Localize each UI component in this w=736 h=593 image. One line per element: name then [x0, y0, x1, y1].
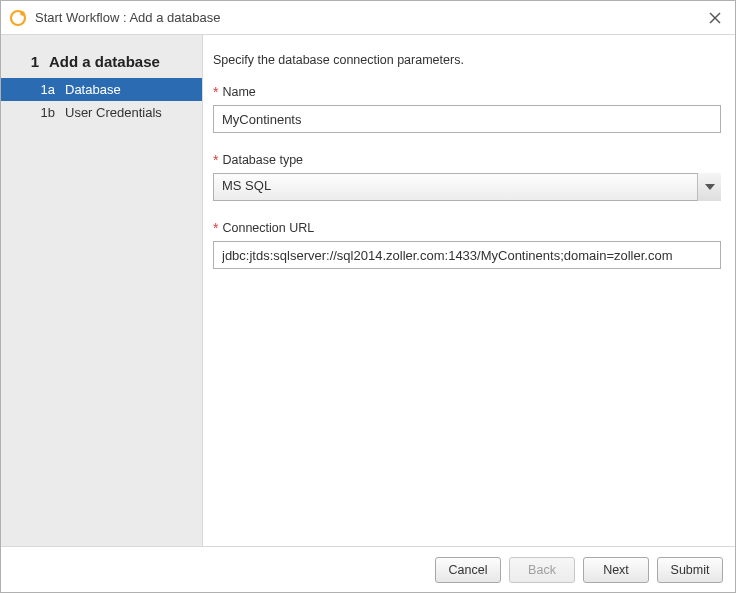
- dialog-footer: Cancel Back Next Submit: [1, 546, 735, 592]
- dialog-body: 1 Add a database 1a Database 1b User Cre…: [1, 35, 735, 546]
- sidebar-item-user-credentials[interactable]: 1b User Credentials: [1, 101, 202, 124]
- required-icon: *: [213, 85, 218, 99]
- next-button[interactable]: Next: [583, 557, 649, 583]
- substep-label: Database: [65, 82, 121, 97]
- dbtype-value: MS SQL: [213, 173, 721, 201]
- field-connection-url: * Connection URL: [213, 221, 721, 269]
- close-button[interactable]: [705, 8, 725, 28]
- svg-marker-4: [705, 184, 715, 190]
- label-text: Database type: [222, 153, 303, 167]
- cancel-button[interactable]: Cancel: [435, 557, 501, 583]
- substep-label: User Credentials: [65, 105, 162, 120]
- substep-number: 1a: [21, 82, 55, 97]
- connection-url-input[interactable]: [213, 241, 721, 269]
- label-text: Name: [222, 85, 255, 99]
- form-panel: Specify the database connection paramete…: [203, 35, 735, 546]
- sidebar-item-database[interactable]: 1a Database: [1, 78, 202, 101]
- titlebar: Start Workflow : Add a database: [1, 1, 735, 35]
- chevron-down-icon: [697, 173, 721, 201]
- required-icon: *: [213, 221, 218, 235]
- dialog-window: Start Workflow : Add a database 1 Add a …: [0, 0, 736, 593]
- dbtype-label: * Database type: [213, 153, 721, 167]
- field-name: * Name: [213, 85, 721, 133]
- url-label: * Connection URL: [213, 221, 721, 235]
- back-button: Back: [509, 557, 575, 583]
- dbtype-select[interactable]: MS SQL: [213, 173, 721, 201]
- name-label: * Name: [213, 85, 721, 99]
- submit-button[interactable]: Submit: [657, 557, 723, 583]
- name-input[interactable]: [213, 105, 721, 133]
- step-heading: 1 Add a database: [1, 49, 202, 78]
- label-text: Connection URL: [222, 221, 314, 235]
- step-title: Add a database: [49, 53, 160, 70]
- substep-number: 1b: [21, 105, 55, 120]
- step-number: 1: [21, 53, 39, 70]
- intro-text: Specify the database connection paramete…: [213, 53, 721, 67]
- required-icon: *: [213, 153, 218, 167]
- svg-point-1: [20, 11, 25, 16]
- field-database-type: * Database type MS SQL: [213, 153, 721, 201]
- app-icon: [9, 9, 27, 27]
- window-title: Start Workflow : Add a database: [35, 10, 705, 25]
- wizard-sidebar: 1 Add a database 1a Database 1b User Cre…: [1, 35, 203, 546]
